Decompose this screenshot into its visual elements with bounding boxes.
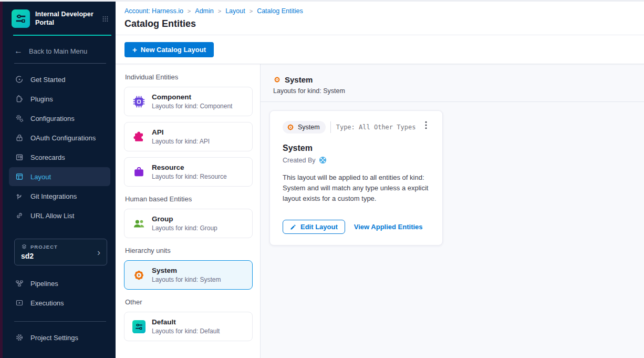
resource-icon [132, 166, 146, 179]
entity-subtitle: Layouts for kind: System [152, 276, 221, 283]
system-gear-icon [132, 269, 146, 282]
breadcrumb-admin[interactable]: Admin [195, 7, 213, 15]
breadcrumb-separator: > [183, 8, 195, 14]
kind-badge-label: System [298, 124, 320, 131]
entity-card-component[interactable]: Component Layouts for kind: Component [124, 87, 253, 116]
layouts-panel-title: System [285, 75, 313, 84]
entity-title: Component [152, 93, 232, 101]
sidebar-item-label: Pipelines [30, 280, 58, 288]
component-icon [132, 95, 146, 108]
divider [14, 321, 106, 322]
edit-layout-button[interactable]: Edit Layout [283, 220, 345, 234]
sidebar-item-url-allow-list[interactable]: URL Allow List [9, 206, 110, 225]
sidebar-item-label: Project Settings [30, 334, 78, 342]
chevron-right-icon: › [97, 247, 100, 258]
git-branch-icon [15, 192, 24, 200]
sidebar-item-label: Layout [30, 173, 51, 181]
scorecards-icon [15, 153, 24, 161]
breadcrumb-layout[interactable]: Layout [225, 7, 245, 15]
entity-title: Resource [152, 163, 227, 171]
sidebar-item-executions[interactable]: Executions [9, 293, 110, 312]
kebab-menu-icon[interactable] [422, 121, 430, 129]
sidebar-item-get-started[interactable]: Get Started [9, 70, 110, 89]
breadcrumb-separator: > [214, 8, 225, 14]
section-label-individual-entities: Individual Entities [125, 73, 252, 81]
entity-kinds-panel: Individual Entities Component Layouts fo… [116, 64, 261, 358]
project-selector[interactable]: PROJECT sd2 › [14, 239, 107, 265]
sidebar-item-oauth-configurations[interactable]: OAuth Configurations [9, 128, 110, 147]
default-icon [132, 320, 146, 333]
system-layout-card: System Type: All Other Types System Crea… [269, 110, 443, 246]
entity-card-group[interactable]: Group Layouts for kind: Group [124, 209, 253, 238]
sidebar-nav-lower: Pipelines Executions [3, 274, 116, 313]
sidebar-item-label: URL Allow List [30, 212, 74, 220]
harness-avatar-icon [319, 156, 327, 164]
entity-subtitle: Layouts for kind: Component [152, 103, 232, 110]
section-label-human-based-entities: Human based Entities [125, 195, 252, 203]
sidebar-item-pipelines[interactable]: Pipelines [9, 274, 110, 293]
pencil-icon [290, 224, 296, 230]
page-header: Account: Harness.io > Admin > Layout > C… [116, 2, 644, 35]
sidebar-item-scorecards[interactable]: Scorecards [9, 148, 110, 167]
section-label-other: Other [125, 298, 252, 306]
sidebar-item-layout[interactable]: Layout [9, 167, 110, 186]
pipelines-icon [15, 279, 24, 288]
entity-title: Default [152, 318, 220, 326]
idp-logo-icon [12, 9, 30, 28]
entity-subtitle: Layouts for kind: Group [152, 224, 217, 232]
type-label: Type: All Other Types [336, 124, 416, 131]
entity-subtitle: Layouts for kind: API [152, 138, 210, 145]
layouts-panel: System Layouts for kind: System System [261, 64, 644, 358]
kind-badge: System [283, 121, 326, 134]
layout-icon [15, 172, 24, 181]
sidebar-item-project-settings[interactable]: Project Settings [9, 328, 110, 347]
action-bar: + New Catalog Layout [116, 35, 644, 64]
section-label-hierarchy-units: Hierarchy units [125, 247, 252, 254]
sidebar-item-configurations[interactable]: Configurations [9, 109, 110, 128]
sidebar-item-label: Configurations [30, 115, 75, 122]
entity-card-api[interactable]: API Layouts for kind: API [124, 122, 253, 151]
sidebar-item-git-integrations[interactable]: Git Integrations [9, 187, 110, 206]
project-icon [21, 243, 27, 250]
entity-subtitle: Layouts for kind: Default [152, 328, 220, 335]
sidebar-nav: Get Started Plugins Configurations OAuth… [3, 70, 116, 226]
breadcrumb-separator: > [245, 8, 257, 14]
logo-row: Internal Developer Portal [3, 2, 116, 34]
breadcrumb-account[interactable]: Account: Harness.io [124, 7, 183, 15]
entity-card-default[interactable]: Default Layouts for kind: Default [124, 312, 253, 341]
divider [14, 63, 106, 64]
entity-title: System [152, 267, 221, 274]
content-area: Account: Harness.io > Admin > Layout > C… [116, 2, 644, 358]
layout-card-title: System [283, 144, 430, 153]
sidebar-item-label: Scorecards [30, 154, 65, 161]
entity-card-resource[interactable]: Resource Layouts for kind: Resource [124, 157, 253, 187]
entity-title: API [152, 128, 210, 136]
back-to-main-menu[interactable]: ← Back to Main Menu [3, 36, 116, 63]
page-title: Catalog Entities [124, 18, 644, 29]
system-gear-icon [286, 123, 295, 131]
new-catalog-layout-button[interactable]: + New Catalog Layout [124, 42, 214, 57]
layouts-panel-subtitle: Layouts for kind: System [273, 87, 631, 95]
layout-card-description: This layout will be applied to all entit… [283, 172, 430, 204]
entity-card-system[interactable]: System Layouts for kind: System [124, 260, 253, 290]
app-window: Internal Developer Portal ← Back to Main… [0, 0, 644, 358]
back-arrow-icon: ← [14, 47, 23, 55]
created-by-label: Created By [283, 157, 316, 164]
entity-title: Group [152, 215, 217, 223]
sidebar: Internal Developer Portal ← Back to Main… [3, 2, 116, 358]
breadcrumb: Account: Harness.io > Admin > Layout > C… [124, 7, 644, 15]
get-started-icon [15, 75, 24, 84]
sidebar-item-plugins[interactable]: Plugins [9, 89, 110, 108]
layouts-panel-header: System Layouts for kind: System [261, 64, 644, 102]
sidebar-item-label: OAuth Configurations [30, 134, 96, 142]
breadcrumb-catalog-entities[interactable]: Catalog Entities [257, 7, 303, 15]
view-applied-entities-link[interactable]: View Applied Entities [354, 223, 423, 231]
link-icon [15, 211, 24, 220]
entity-subtitle: Layouts for kind: Resource [152, 173, 227, 180]
apps-grid-icon[interactable] [102, 15, 108, 23]
new-catalog-layout-label: New Catalog Layout [141, 46, 206, 54]
plugins-icon [15, 95, 24, 103]
configurations-icon [15, 114, 24, 122]
edit-layout-label: Edit Layout [300, 223, 338, 231]
back-label: Back to Main Menu [29, 47, 87, 55]
